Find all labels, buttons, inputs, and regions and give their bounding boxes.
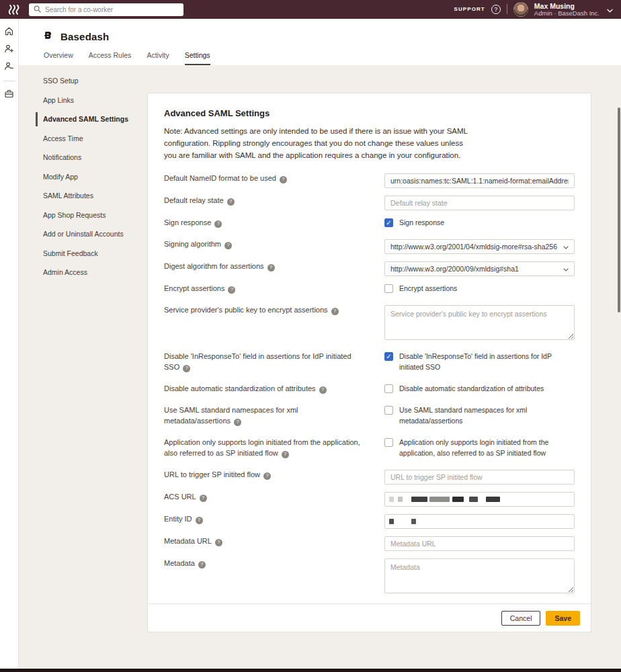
field-row: Disable automatic standardization of att… — [164, 384, 575, 394]
briefcase-icon[interactable] — [4, 88, 15, 99]
page-title: Basedash — [60, 31, 109, 42]
help-icon[interactable]: ? — [319, 386, 327, 394]
sp-initiated-only-checkbox[interactable] — [384, 438, 393, 447]
disable-standardization-checkbox[interactable] — [384, 384, 393, 393]
add-user-icon[interactable] — [4, 43, 15, 54]
sidebar-item-modify-app[interactable]: Modify App — [36, 170, 153, 184]
support-link[interactable]: SUPPORT — [454, 6, 485, 12]
field-label: Use SAML standard namespaces for xml met… — [164, 405, 374, 427]
digest-algorithm-select[interactable]: http://www.w3.org/2000/09/xmldsig#sha1 — [384, 261, 575, 276]
disable-inresponseto-checkbox[interactable] — [384, 352, 393, 361]
help-icon[interactable]: ? — [183, 365, 190, 372]
chevron-down-icon — [563, 265, 569, 273]
help-icon[interactable]: ? — [267, 264, 275, 271]
window-bottom-edge — [0, 669, 621, 672]
content-area: SSO Setup App Links Advanced SAML Settin… — [19, 65, 621, 669]
user-role: Admin · BaseDash Inc. — [534, 10, 599, 17]
sidebar-item-admin-access[interactable]: Admin Access — [36, 265, 153, 280]
checkbox-label: Sign response — [399, 218, 444, 228]
remove-user-icon[interactable] — [4, 60, 15, 71]
sidebar-item-sso-setup[interactable]: SSO Setup — [36, 74, 153, 88]
sidebar-item-app-links[interactable]: App Links — [36, 93, 153, 108]
app-header: Basedash Overview Access Rules Activity … — [19, 19, 621, 65]
help-icon[interactable]: ? — [331, 308, 339, 315]
checkbox-label: Disable automatic standardization of att… — [399, 384, 544, 394]
user-menu[interactable]: Max Musing Admin · BaseDash Inc. — [534, 2, 599, 17]
field-label: Metadata URL? — [164, 536, 374, 547]
rippling-logo-icon[interactable] — [8, 5, 21, 15]
entity-id-input[interactable] — [384, 514, 575, 529]
help-icon[interactable]: ? — [198, 561, 206, 569]
field-label: Sign response? — [164, 218, 374, 228]
search-icon — [34, 3, 41, 15]
field-row: Application only supports login initiate… — [164, 437, 575, 459]
sidebar-item-advanced-saml-settings[interactable]: Advanced SAML Settings — [36, 112, 153, 126]
cancel-button[interactable]: Cancel — [501, 611, 541, 626]
field-label: ACS URL? — [164, 492, 374, 503]
field-row: Metadata URL? — [164, 536, 575, 551]
field-row: Entity ID? — [164, 514, 575, 529]
field-label: Entity ID? — [164, 514, 374, 525]
sidebar-item-access-time[interactable]: Access Time — [36, 132, 153, 146]
field-label: Disable 'InResponseTo' field in assertio… — [164, 351, 374, 373]
sp-flow-url-input[interactable] — [384, 470, 575, 485]
tab-overview[interactable]: Overview — [44, 51, 73, 65]
sidebar-item-add-or-uninstall-accounts[interactable]: Add or Uninstall Accounts — [36, 227, 153, 241]
home-icon[interactable] — [4, 26, 15, 36]
checkbox-label: Disable 'InResponseTo' field in assertio… — [399, 351, 575, 373]
field-label: Default relay state? — [164, 196, 374, 206]
sidebar-item-saml-attributes[interactable]: SAML Attributes — [36, 189, 153, 203]
help-icon[interactable]: ? — [234, 419, 241, 426]
panel-footer: Cancel Save — [148, 603, 591, 632]
help-icon[interactable]: ? — [227, 198, 235, 206]
sidebar-item-app-shop-requests[interactable]: App Shop Requests — [36, 208, 153, 222]
sidebar-item-submit-feedback[interactable]: Submit Feedback — [36, 247, 153, 261]
checkbox-label: Application only supports login initiate… — [399, 437, 575, 459]
coworker-search[interactable] — [29, 3, 183, 16]
chevron-down-icon[interactable] — [607, 3, 613, 15]
panel-note: Note: Advanced settings are only intende… — [164, 125, 468, 161]
help-icon[interactable]: ? — [215, 539, 222, 546]
encrypt-assertions-checkbox[interactable] — [384, 284, 393, 293]
help-icon[interactable]: ? — [282, 451, 289, 458]
tab-settings[interactable]: Settings — [185, 51, 210, 65]
field-row: Digest algorithm for assertions? http://… — [164, 261, 575, 276]
field-row: Metadata? — [164, 558, 575, 596]
help-icon[interactable]: ? — [214, 220, 222, 228]
search-input[interactable] — [45, 6, 179, 13]
field-row: URL to trigger SP initited flow? — [164, 470, 575, 485]
field-label: Metadata? — [164, 558, 374, 569]
save-button[interactable]: Save — [546, 611, 580, 626]
checkbox-label: Encrypt assertions — [399, 284, 457, 294]
tab-activity[interactable]: Activity — [147, 51, 169, 65]
field-row: Disable 'InResponseTo' field in assertio… — [164, 351, 575, 373]
field-label: Encrypt assertions? — [164, 284, 374, 294]
field-label: URL to trigger SP initited flow? — [164, 470, 374, 480]
default-nameid-format-input[interactable] — [384, 173, 575, 188]
chevron-down-icon — [563, 243, 569, 251]
saml-namespaces-checkbox[interactable] — [384, 406, 393, 415]
sidebar-item-notifications[interactable]: Notifications — [36, 151, 153, 165]
help-icon[interactable]: ? — [196, 517, 203, 524]
field-row: Use SAML standard namespaces for xml met… — [164, 405, 575, 427]
signing-algorithm-select[interactable]: http://www.w3.org/2001/04/xmldsig-more#r… — [384, 239, 575, 254]
metadata-textarea[interactable] — [384, 558, 575, 593]
tab-access-rules[interactable]: Access Rules — [89, 51, 132, 65]
checkbox-label: Use SAML standard namespaces for xml met… — [399, 405, 575, 427]
help-icon[interactable]: ? — [280, 176, 287, 183]
sign-response-checkbox[interactable] — [384, 218, 393, 227]
acs-url-input[interactable] — [384, 492, 575, 507]
help-icon[interactable]: ? — [228, 286, 235, 294]
help-icon[interactable]: ? — [224, 242, 232, 249]
help-icon[interactable]: ? — [491, 5, 501, 14]
help-icon[interactable]: ? — [200, 495, 207, 502]
field-row: Encrypt assertions? Encrypt assertions — [164, 284, 575, 294]
user-avatar[interactable] — [513, 2, 528, 17]
default-relay-state-input[interactable] — [384, 196, 575, 210]
help-icon[interactable]: ? — [263, 472, 271, 480]
sp-public-key-textarea[interactable] — [384, 305, 575, 340]
scrollbar-thumb[interactable] — [618, 108, 620, 312]
metadata-url-input[interactable] — [384, 536, 575, 551]
tab-bar: Overview Access Rules Activity Settings — [44, 51, 210, 65]
field-label: Disable automatic standardization of att… — [164, 384, 374, 394]
